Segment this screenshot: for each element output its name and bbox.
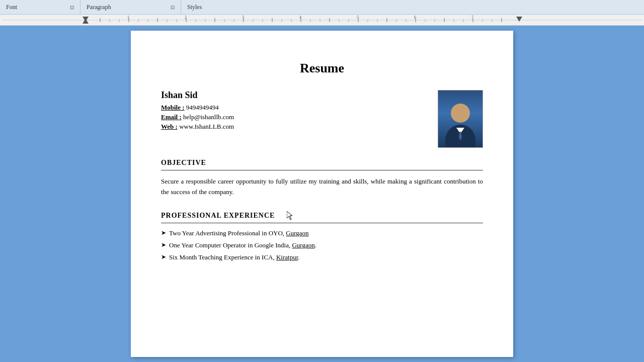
- photo-body: [445, 125, 475, 147]
- photo-head: [451, 104, 470, 123]
- svg-text:2: 2: [185, 15, 187, 20]
- objective-divider: [161, 170, 483, 170]
- mobile-label: Mobile :: [161, 104, 185, 111]
- paragraph-expand-icon[interactable]: ⊡: [171, 5, 175, 10]
- personal-info: Ishan Sid Mobile : 9494949494 Email : he…: [161, 90, 234, 132]
- exp-arrow-1: ➤: [161, 229, 166, 237]
- objective-section: OBJECTIVE Secure a responsible career op…: [161, 159, 483, 198]
- exp-underline-3: Kiratpur: [276, 253, 298, 261]
- web-label: Web :: [161, 123, 178, 130]
- experience-section: PROFESSIONAL EXPERIENCE ➤ Two Year Adver…: [161, 212, 483, 261]
- candidate-name: Ishan Sid: [161, 90, 234, 101]
- font-expand-icon[interactable]: ⊡: [70, 5, 74, 10]
- web-line: Web : www.IshanLLB.com: [161, 123, 234, 131]
- font-section[interactable]: Font ⊡: [0, 0, 80, 14]
- web-value: www.IshanLLB.com: [179, 123, 234, 130]
- page: Resume Ishan Sid Mobile : 9494949494 Ema…: [131, 31, 513, 357]
- mobile-line: Mobile : 9494949494: [161, 104, 234, 112]
- ruler: 1 2 3 4 5 6: [0, 15, 644, 26]
- svg-text:7: 7: [471, 15, 473, 20]
- styles-section[interactable]: Styles: [181, 0, 282, 14]
- exp-item-1: ➤ Two Year Advertising Professional in O…: [161, 229, 483, 237]
- email-label: Email :: [161, 113, 182, 121]
- email-value: help@ishanllb.com: [183, 113, 234, 121]
- paragraph-label: Paragraph: [87, 4, 111, 11]
- font-label: Font: [6, 4, 17, 11]
- experience-divider: [161, 223, 483, 223]
- svg-text:5: 5: [357, 15, 359, 20]
- toolbar: Font ⊡ Paragraph ⊡ Styles: [0, 0, 644, 15]
- ruler-svg: 1 2 3 4 5 6: [2, 15, 642, 26]
- exp-arrow-2: ➤: [161, 241, 166, 249]
- exp-underline-2: Gurgaon: [292, 241, 314, 249]
- resume-title: Resume: [161, 61, 483, 76]
- experience-heading: PROFESSIONAL EXPERIENCE: [161, 212, 483, 220]
- exp-item-3: ➤ Six Month Teaching Experience in ICA, …: [161, 253, 483, 261]
- exp-text-2: One Year Computer Operator in Google Ind…: [169, 241, 316, 249]
- email-line: Email : help@ishanllb.com: [161, 113, 234, 121]
- objective-text: Secure a responsible career opportunity …: [161, 176, 483, 198]
- paragraph-section[interactable]: Paragraph ⊡: [80, 0, 181, 14]
- svg-text:3: 3: [242, 15, 244, 20]
- exp-arrow-3: ➤: [161, 253, 166, 261]
- svg-text:1: 1: [127, 15, 129, 20]
- candidate-photo: [438, 90, 483, 148]
- svg-text:6: 6: [414, 15, 416, 20]
- exp-text-1: Two Year Advertising Professional in OYO…: [169, 229, 309, 237]
- objective-heading: OBJECTIVE: [161, 159, 483, 167]
- photo-simulation: [438, 90, 482, 147]
- exp-item-2: ➤ One Year Computer Operator in Google I…: [161, 241, 483, 249]
- mobile-value: 9494949494: [186, 104, 219, 111]
- header-section: Ishan Sid Mobile : 9494949494 Email : he…: [161, 90, 483, 148]
- exp-text-3: Six Month Teaching Experience in ICA, Ki…: [169, 253, 300, 261]
- styles-label: Styles: [187, 4, 202, 11]
- svg-text:4: 4: [299, 15, 301, 20]
- exp-underline-1: Gurgaon: [286, 229, 308, 237]
- document-area: Resume Ishan Sid Mobile : 9494949494 Ema…: [0, 26, 644, 362]
